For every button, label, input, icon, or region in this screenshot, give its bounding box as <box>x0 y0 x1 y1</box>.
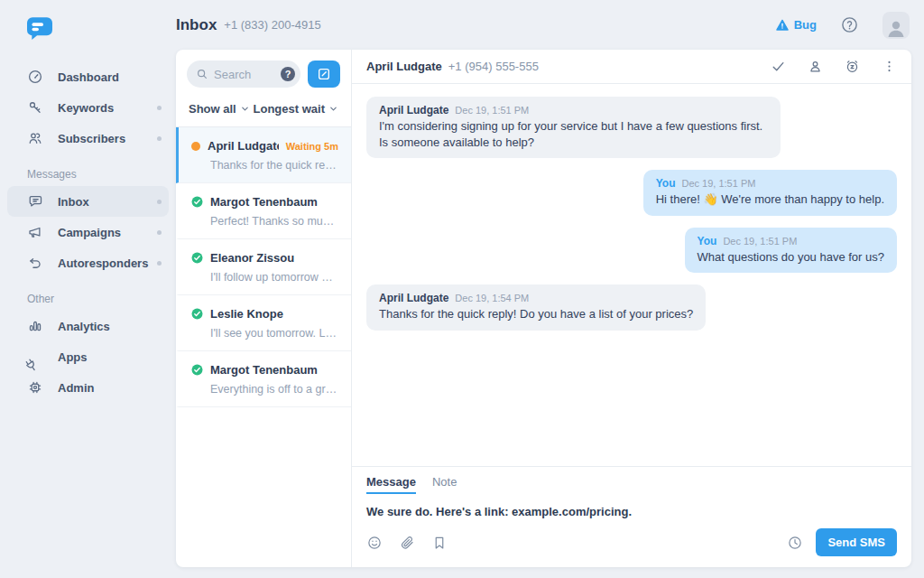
check-icon <box>771 59 786 74</box>
chevron-down-icon <box>328 104 338 114</box>
loop-icon <box>27 255 43 271</box>
sidebar-item-autoresponders[interactable]: Autoresponders <box>0 247 176 278</box>
sidebar-item-admin[interactable]: Admin <box>0 372 176 403</box>
sidebar-item-inbox[interactable]: Inbox <box>7 186 169 217</box>
search-row <box>176 50 351 97</box>
message-input[interactable]: We sure do. Here's a link: example.com/p… <box>366 494 897 528</box>
sidebar-section-messages: Messages <box>0 154 176 186</box>
conversation-preview: I'll see you tomorrow. Let me know if ..… <box>210 327 338 340</box>
sidebar-item-label: Autoresponders <box>58 256 148 270</box>
attachment-button[interactable] <box>399 535 415 551</box>
search-box <box>187 61 300 88</box>
conversation-item[interactable]: Leslie Knope I'll see you tomorrow. Let … <box>176 295 351 351</box>
composer-right: Send SMS <box>787 528 897 556</box>
app-logo[interactable] <box>25 14 54 43</box>
sidebar-item-subscribers[interactable]: Subscribers <box>0 123 176 154</box>
chat-header: April Ludgate +1 (954) 555-555 <box>352 50 911 84</box>
topbar: Inbox +1 (833) 200-4915 Bug <box>176 0 924 50</box>
sidebar-item-label: Campaigns <box>58 226 121 239</box>
conversation-preview: Everything is off to a great start. Appr… <box>210 383 338 396</box>
topbar-actions: Bug <box>775 12 910 39</box>
main-area: Inbox +1 (833) 200-4915 Bug <box>176 0 924 578</box>
message-time: Dec 19, 1:51 PM <box>681 178 755 189</box>
help-button[interactable] <box>840 15 859 34</box>
search-help-icon[interactable] <box>281 67 295 81</box>
kebab-menu-icon <box>882 59 897 74</box>
resolved-check-icon <box>191 308 203 320</box>
chip-icon <box>27 379 43 396</box>
message-thread: April Ludgate Dec 19, 1:51 PM I'm consid… <box>352 84 911 466</box>
sidebar-item-label: Dashboard <box>58 70 119 84</box>
chevron-down-icon <box>240 104 250 114</box>
conversation-list: April Ludgate Waiting 5m Thanks for the … <box>176 127 351 567</box>
filter-row: Show all Longest wait <box>176 97 351 127</box>
smiley-icon <box>366 535 383 551</box>
warning-triangle-icon <box>775 18 790 33</box>
conversation-item[interactable]: Margot Tenenbaum Perfect! Thanks so much… <box>176 183 351 239</box>
chat-actions <box>771 59 897 74</box>
conversation-name: April Ludgate <box>208 139 279 153</box>
schedule-button[interactable] <box>787 535 803 551</box>
sidebar-item-campaigns[interactable]: Campaigns <box>0 217 176 247</box>
message-bubble-outgoing: You Dec 19, 1:51 PM What questions do yo… <box>685 228 897 274</box>
conversation-item[interactable]: April Ludgate Waiting 5m Thanks for the … <box>176 127 351 183</box>
filter-show-dropdown[interactable]: Show all <box>189 102 250 116</box>
item-dot <box>157 136 162 141</box>
conversation-item[interactable]: Margot Tenenbaum Everything is off to a … <box>176 351 351 407</box>
message-bubble-incoming: April Ludgate Dec 19, 1:51 PM I'm consid… <box>366 97 781 158</box>
sidebar-item-label: Subscribers <box>58 132 125 145</box>
account-phone: +1 (833) 200-4915 <box>224 18 320 32</box>
message-time: Dec 19, 1:54 PM <box>455 293 529 303</box>
bug-label: Bug <box>794 18 817 32</box>
bookmark-icon <box>431 535 448 551</box>
new-message-button[interactable] <box>308 61 340 88</box>
chat-icon <box>27 193 43 210</box>
emoji-button[interactable] <box>366 535 383 551</box>
logo-chat-bubble-icon <box>25 14 54 43</box>
composer: Message Note We sure do. Here's a link: … <box>352 466 911 567</box>
tab-message[interactable]: Message <box>366 475 416 494</box>
sidebar-item-label: Keywords <box>58 101 114 115</box>
send-sms-button[interactable]: Send SMS <box>816 528 897 556</box>
message-sender: You <box>698 235 717 247</box>
user-avatar[interactable] <box>882 12 910 39</box>
sidebar: Dashboard Keywords Subscribers Messages … <box>0 0 176 578</box>
waiting-badge: Waiting 5m <box>286 141 338 152</box>
tab-note[interactable]: Note <box>432 475 457 494</box>
conversation-item[interactable]: Eleanor Zissou I'll follow up tomorrow w… <box>176 239 351 295</box>
search-input[interactable] <box>208 68 281 81</box>
key-icon <box>27 99 43 116</box>
sidebar-item-analytics[interactable]: Analytics <box>0 311 176 341</box>
resolve-button[interactable] <box>771 59 786 74</box>
question-circle-icon <box>840 15 859 34</box>
filter-sort-dropdown[interactable]: Longest wait <box>254 102 338 116</box>
snooze-button[interactable] <box>845 59 860 74</box>
conversation-preview: Perfect! Thanks so much for your help. <box>210 215 338 228</box>
sidebar-item-apps[interactable]: Apps <box>0 341 176 372</box>
item-dot <box>157 106 162 110</box>
paperclip-icon <box>399 535 415 551</box>
report-bug-button[interactable]: Bug <box>775 18 817 33</box>
message-text: Thanks for the quick reply! Do you have … <box>379 306 693 322</box>
page-title: Inbox <box>176 16 217 34</box>
composer-tabs: Message Note <box>366 475 897 494</box>
app-root: Dashboard Keywords Subscribers Messages … <box>0 0 924 578</box>
sidebar-item-keywords[interactable]: Keywords <box>0 92 176 123</box>
message-sender: You <box>656 177 676 190</box>
clock-icon <box>787 535 803 551</box>
dashboard-icon <box>27 69 43 85</box>
sidebar-item-dashboard[interactable]: Dashboard <box>0 61 176 92</box>
contact-info-button[interactable] <box>808 59 823 74</box>
conversation-list-panel: Show all Longest wait April Ludgate Wait… <box>176 50 352 567</box>
megaphone-icon <box>27 224 43 240</box>
sidebar-item-label: Apps <box>58 350 88 364</box>
item-dot <box>157 200 162 204</box>
snooze-clock-icon <box>845 59 860 74</box>
conversation-name: Eleanor Zissou <box>210 251 338 265</box>
conversation-preview: I'll follow up tomorrow with more det... <box>210 271 338 284</box>
more-menu-button[interactable] <box>882 59 897 74</box>
message-time: Dec 19, 1:51 PM <box>723 236 797 247</box>
item-dot <box>157 261 162 266</box>
conversation-name: Leslie Knope <box>210 307 338 321</box>
saved-replies-button[interactable] <box>431 535 448 551</box>
